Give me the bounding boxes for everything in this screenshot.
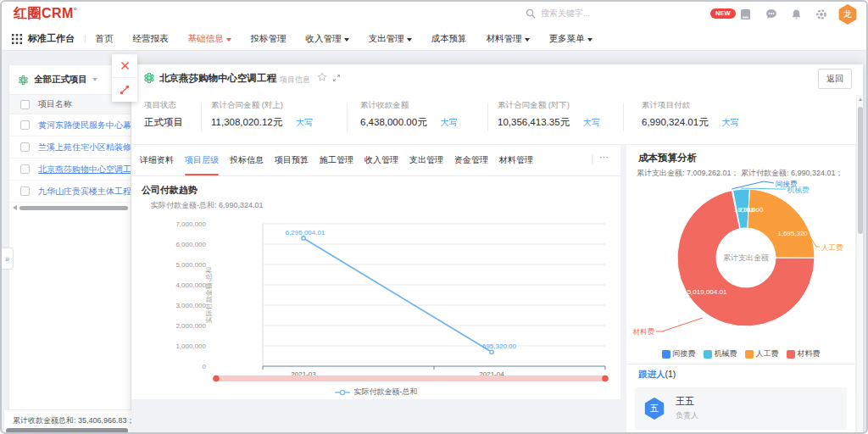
nav-item-home[interactable]: 首页 bbox=[96, 33, 114, 45]
tab-project-budget[interactable]: 项目预算 bbox=[275, 145, 309, 175]
legend-marker-icon bbox=[335, 389, 350, 396]
new-badge[interactable]: NEW bbox=[710, 8, 736, 19]
data-point[interactable] bbox=[302, 236, 305, 240]
chevron-down-icon bbox=[587, 38, 593, 42]
bell-icon[interactable] bbox=[791, 8, 802, 20]
back-button[interactable]: 返回 bbox=[818, 69, 852, 89]
datazoom-handle-left[interactable] bbox=[213, 376, 220, 382]
slice-name-label: 人工费 bbox=[821, 243, 843, 252]
project-link[interactable]: 九华山庄贵宾楼主体工程 bbox=[38, 186, 131, 198]
legend-item-间接费[interactable]: 间接费 bbox=[662, 348, 696, 359]
stat-divider bbox=[487, 103, 488, 131]
project-list-title[interactable]: 全部正式项目 bbox=[34, 74, 87, 86]
legend-item-人工费[interactable]: 人工费 bbox=[745, 348, 779, 359]
stat-contract-amount-down: 累计合同金额 (对下) 10,356,413.35元大写 bbox=[498, 100, 600, 129]
app-logo[interactable]: 红圈CRM° bbox=[14, 5, 77, 23]
gear-icon[interactable] bbox=[815, 8, 827, 20]
project-row[interactable]: 兰溪上苑住宅小区精装修... bbox=[9, 136, 131, 159]
scrollbar-thumb[interactable] bbox=[858, 107, 863, 234]
tab-expense[interactable]: 支出管理 bbox=[409, 145, 443, 175]
fullscreen-button[interactable] bbox=[112, 78, 137, 102]
tab-income[interactable]: 收入管理 bbox=[364, 145, 398, 175]
daxie-link[interactable]: 大写 bbox=[441, 117, 458, 129]
project-link[interactable]: 北京燕莎购物中心空调工程 bbox=[38, 164, 131, 175]
tab-details[interactable]: 详细资料 bbox=[140, 145, 174, 175]
tab-funds[interactable]: 资金管理 bbox=[454, 145, 488, 175]
daxie-link[interactable]: 大写 bbox=[583, 117, 600, 129]
select-all-checkbox[interactable] bbox=[20, 100, 30, 109]
trend-line bbox=[303, 238, 492, 352]
project-link[interactable]: 兰溪上苑住宅小区精装修... bbox=[38, 142, 131, 153]
scrollbar-thumb[interactable] bbox=[19, 206, 128, 210]
more-tabs-button[interactable]: ⋯ bbox=[599, 152, 609, 163]
follower-card[interactable]: 五 王五 负责人 bbox=[635, 387, 847, 430]
detail-content: 详细资料 项目层级 投标信息 项目预算 施工管理 收入管理 支出管理 资金管理 … bbox=[131, 145, 863, 434]
nav-item-more-menu[interactable]: 更多菜单 bbox=[549, 33, 593, 45]
scroll-up-arrow-icon[interactable]: ▲ bbox=[857, 97, 864, 102]
chat-icon[interactable] bbox=[765, 8, 777, 19]
stat-divider bbox=[347, 103, 348, 131]
star-favorite-icon[interactable] bbox=[317, 72, 327, 82]
column-header-label: 项目名称 bbox=[38, 98, 72, 110]
sidebar-expand-handle[interactable]: » bbox=[2, 248, 14, 270]
line-chart-legend[interactable]: 实际付款金额-总和 bbox=[131, 387, 620, 398]
project-row[interactable]: 黄河东路便民服务中心幕... bbox=[9, 114, 131, 136]
legend-chip bbox=[662, 350, 670, 359]
follower-name: 王五 bbox=[676, 395, 694, 408]
nav-item-bidding[interactable]: 投标管理 bbox=[251, 33, 287, 45]
overlay-actions bbox=[112, 54, 137, 102]
cost-budget-donut-chart: 18,938276,0001,695,3205,019,004.01间接费机械费… bbox=[626, 177, 855, 359]
legend-item-材料费[interactable]: 材料费 bbox=[787, 348, 821, 359]
nav-item-expense[interactable]: 支出管理 bbox=[369, 33, 412, 45]
search-input[interactable]: 搜索关键字... bbox=[526, 8, 590, 19]
tab-bid-info[interactable]: 投标信息 bbox=[230, 145, 264, 175]
nav-item-materials[interactable]: 材料管理 bbox=[487, 33, 530, 45]
chart-subtitle: 实际付款金额-总和: 6,990,324.01 bbox=[151, 200, 264, 211]
row-checkbox[interactable] bbox=[20, 164, 30, 174]
slice-value-label: 276,000 bbox=[739, 206, 764, 214]
workbench-label[interactable]: 标准工作台 bbox=[28, 32, 75, 45]
nav-item-cost-budget[interactable]: 成本预算 bbox=[431, 33, 467, 45]
pie-slice-人工费[interactable] bbox=[748, 189, 815, 258]
notebook-icon[interactable] bbox=[740, 8, 751, 20]
row-checkbox[interactable] bbox=[20, 186, 30, 196]
legend-label: 人工费 bbox=[756, 348, 779, 359]
nav-item-income[interactable]: 收入管理 bbox=[306, 33, 349, 45]
page-horizontal-scrollbar[interactable] bbox=[6, 428, 128, 433]
tab-project-hierarchy[interactable]: 项目层级 bbox=[185, 145, 219, 175]
apps-grid-icon[interactable] bbox=[12, 34, 22, 44]
tab-construction[interactable]: 施工管理 bbox=[320, 145, 353, 175]
vertical-scrollbar[interactable]: ▲ bbox=[856, 95, 863, 434]
datazoom-handle-right[interactable] bbox=[602, 376, 609, 382]
project-link[interactable]: 黄河东路便民服务中心幕... bbox=[38, 120, 131, 131]
tab-materials[interactable]: 材料管理 bbox=[499, 145, 533, 175]
data-point[interactable] bbox=[490, 350, 493, 353]
followers-heading: 跟进人(1) bbox=[638, 369, 676, 381]
y-tick-label: 5,000,000 bbox=[175, 261, 206, 269]
legend-label: 机械费 bbox=[715, 348, 737, 359]
nav-item-basic-info[interactable]: 基础信息 bbox=[188, 33, 231, 45]
payment-trend-line-chart: 01,000,0002,000,0003,000,0004,000,0005,0… bbox=[131, 213, 620, 386]
daxie-link[interactable]: 大写 bbox=[722, 117, 739, 129]
project-row-selected[interactable]: 北京燕莎购物中心空调工程 bbox=[9, 159, 131, 181]
stat-project-status: 项目状态 正式项目 bbox=[144, 100, 183, 129]
summary-text: 累计收款金额总和: 35,406,966.83； 累计 bbox=[13, 415, 132, 426]
close-button[interactable] bbox=[112, 54, 137, 78]
section-divider bbox=[626, 364, 855, 364]
datazoom-slider[interactable] bbox=[216, 376, 605, 381]
search-placeholder: 搜索关键字... bbox=[541, 8, 590, 19]
project-row[interactable]: 九华山庄贵宾楼主体工程 bbox=[9, 181, 131, 203]
chevron-down-icon bbox=[344, 38, 349, 42]
chevron-down-icon[interactable] bbox=[92, 78, 97, 81]
row-checkbox[interactable] bbox=[20, 120, 30, 130]
row-checkbox[interactable] bbox=[20, 142, 30, 152]
nav-item-reports[interactable]: 经营报表 bbox=[133, 33, 169, 45]
user-avatar[interactable]: 龙 bbox=[837, 4, 858, 25]
daxie-link[interactable]: 大写 bbox=[296, 117, 313, 129]
stat-project-payment: 累计项目付款 6,990,324.01元大写 bbox=[642, 100, 739, 129]
scroll-left-arrow-icon[interactable] bbox=[13, 205, 17, 210]
legend-item-机械费[interactable]: 机械费 bbox=[704, 348, 737, 359]
resize-icon[interactable] bbox=[332, 74, 341, 82]
horizontal-scrollbar[interactable] bbox=[13, 204, 128, 211]
y-tick-label: 6,000,000 bbox=[175, 241, 206, 248]
